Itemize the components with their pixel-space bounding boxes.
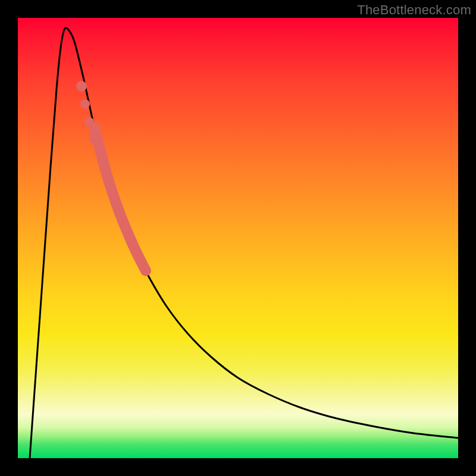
- highlight-dot: [84, 117, 94, 127]
- salmon-dots: [76, 81, 99, 143]
- bottleneck-curve-svg: [18, 18, 458, 458]
- chart-frame: TheBottleneck.com: [0, 0, 476, 476]
- highlight-dot: [76, 81, 87, 92]
- bottleneck-curve: [30, 28, 458, 458]
- watermark-text: TheBottleneck.com: [357, 2, 471, 18]
- salmon-highlight-band: [95, 127, 146, 271]
- highlight-dot: [80, 99, 90, 109]
- plot-area: [18, 18, 458, 458]
- highlight-dot: [89, 133, 99, 143]
